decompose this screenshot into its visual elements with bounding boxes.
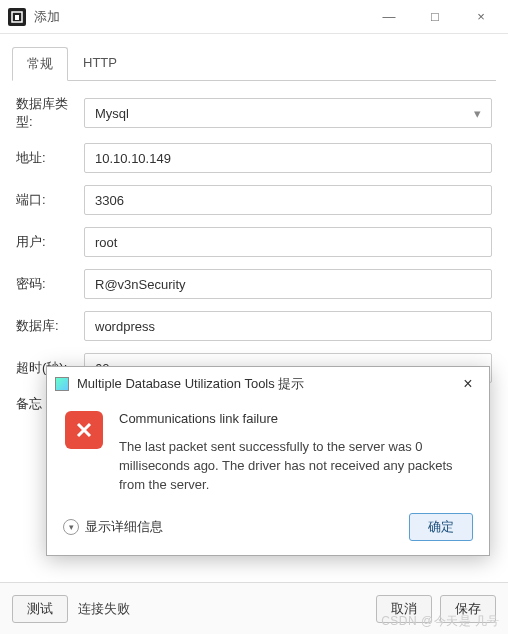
svg-rect-1	[15, 15, 19, 20]
dialog-titlebar: Multiple Database Utilization Tools 提示 ×	[47, 367, 489, 401]
error-icon	[65, 411, 103, 449]
close-button[interactable]: ×	[458, 2, 504, 32]
user-input[interactable]	[84, 227, 492, 257]
maximize-button[interactable]: □	[412, 2, 458, 32]
alert-dialog: Multiple Database Utilization Tools 提示 ×…	[46, 366, 490, 556]
dialog-message-title: Communications link failure	[119, 411, 471, 426]
port-label: 端口:	[16, 191, 84, 209]
cancel-button[interactable]: 取消	[376, 595, 432, 623]
dbtype-value: Mysql	[95, 106, 129, 121]
minimize-button[interactable]: —	[366, 2, 412, 32]
tab-bar: 常规 HTTP	[12, 46, 496, 81]
user-label: 用户:	[16, 233, 84, 251]
footer: 测试 连接失败 取消 保存	[0, 582, 508, 634]
show-details-toggle[interactable]: ▾ 显示详细信息	[63, 518, 163, 536]
app-icon	[8, 8, 26, 26]
address-input[interactable]	[84, 143, 492, 173]
test-button[interactable]: 测试	[12, 595, 68, 623]
show-details-label: 显示详细信息	[85, 518, 163, 536]
chevron-down-icon: ▾	[474, 106, 481, 121]
dialog-close-button[interactable]: ×	[453, 371, 483, 397]
password-input[interactable]	[84, 269, 492, 299]
database-input[interactable]	[84, 311, 492, 341]
database-label: 数据库:	[16, 317, 84, 335]
password-label: 密码:	[16, 275, 84, 293]
window-title: 添加	[34, 8, 366, 26]
address-label: 地址:	[16, 149, 84, 167]
dialog-ok-button[interactable]: 确定	[409, 513, 473, 541]
dialog-title: Multiple Database Utilization Tools 提示	[77, 375, 453, 393]
dialog-message-detail: The last packet sent successfully to the…	[119, 438, 471, 495]
connection-status: 连接失败	[78, 600, 130, 618]
dbtype-label: 数据库类型:	[16, 95, 84, 131]
dialog-app-icon	[55, 377, 69, 391]
dbtype-select[interactable]: Mysql ▾	[84, 98, 492, 128]
tab-general[interactable]: 常规	[12, 47, 68, 81]
chevron-down-icon: ▾	[63, 519, 79, 535]
tab-http[interactable]: HTTP	[68, 47, 132, 81]
port-input[interactable]	[84, 185, 492, 215]
save-button[interactable]: 保存	[440, 595, 496, 623]
titlebar: 添加 — □ ×	[0, 0, 508, 34]
